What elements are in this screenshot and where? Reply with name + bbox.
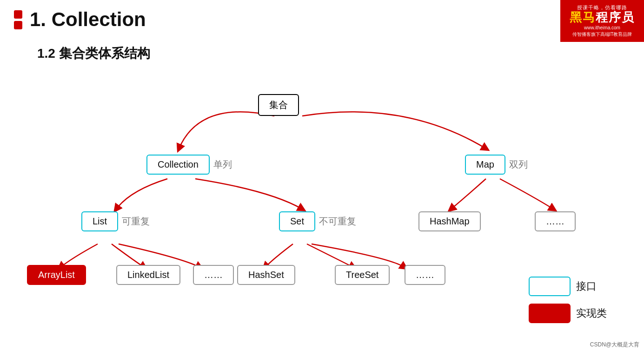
linkedlist-box: LinkedList xyxy=(116,265,180,285)
diagram: 集合 Collection 单列 Map 双列 List 可重复 Set 不可重… xyxy=(0,72,644,351)
node-linkedlist: LinkedList xyxy=(116,265,180,285)
brand-logo: 授课千略，仿看哪路 黑马程序员 www.itheima.com 传智播客旗下高端… xyxy=(560,0,644,42)
collection-box: Collection xyxy=(146,155,210,175)
jihe-box: 集合 xyxy=(258,94,299,116)
label-double: 双列 xyxy=(509,158,528,171)
legend-interface-label: 接口 xyxy=(576,279,597,293)
map-box: Map xyxy=(465,155,505,175)
legend-interface-box xyxy=(529,277,571,296)
legend: 接口 实现类 xyxy=(529,277,607,323)
list-box: List xyxy=(81,211,118,231)
node-hashset: HashSet xyxy=(237,265,295,285)
header-icon xyxy=(14,10,22,29)
legend-impl-box xyxy=(529,304,571,323)
node-map: Map 双列 xyxy=(465,155,528,175)
label-norepeat: 不可重复 xyxy=(319,215,356,228)
icon-block-1 xyxy=(14,10,22,19)
legend-impl-label: 实现类 xyxy=(576,306,607,320)
node-hashmap: HashMap xyxy=(418,211,481,231)
section-title: 1.2 集合类体系结构 xyxy=(0,35,644,67)
set-box: Set xyxy=(279,211,315,231)
arraylist-box: ArrayList xyxy=(27,265,86,285)
label-single: 单列 xyxy=(213,158,232,171)
watermark: CSDN@大概是大育 xyxy=(590,341,639,349)
brand-url: www.itheima.com xyxy=(584,25,620,30)
node-arraylist: ArrayList xyxy=(27,265,86,285)
node-collection: Collection 单列 xyxy=(146,155,232,175)
legend-impl: 实现类 xyxy=(529,304,607,323)
page-title: 1. Collection xyxy=(30,8,146,31)
brand-tagline: 传智播客旗下高端IT教育品牌 xyxy=(572,31,632,38)
node-jihe: 集合 xyxy=(258,94,299,116)
node-ellipsis3: …… xyxy=(405,265,445,285)
node-set: Set 不可重复 xyxy=(279,211,356,231)
treeset-box: TreeSet xyxy=(335,265,390,285)
hashset-box: HashSet xyxy=(237,265,295,285)
icon-block-2 xyxy=(14,21,22,29)
ellipsis3-box: …… xyxy=(405,265,445,285)
node-ellipsis1: …… xyxy=(535,211,576,231)
legend-interface: 接口 xyxy=(529,277,607,296)
label-repeatable: 可重复 xyxy=(122,215,150,228)
node-ellipsis2: …… xyxy=(193,265,234,285)
brand-name: 黑马程序员 xyxy=(570,11,635,23)
ellipsis1-box: …… xyxy=(535,211,576,231)
ellipsis2-box: …… xyxy=(193,265,234,285)
hashmap-box: HashMap xyxy=(418,211,481,231)
header: 1. Collection 授课千略，仿看哪路 黑马程序员 www.itheim… xyxy=(0,0,644,35)
node-list: List 可重复 xyxy=(81,211,150,231)
node-treeset: TreeSet xyxy=(335,265,390,285)
